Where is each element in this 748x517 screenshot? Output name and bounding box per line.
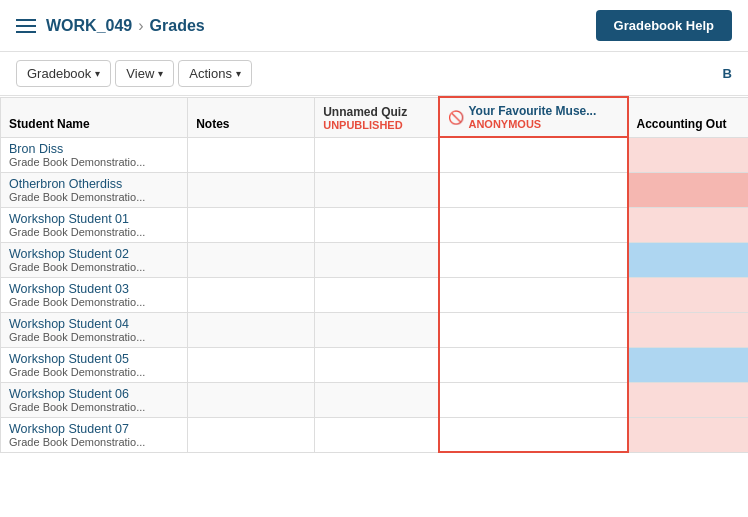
student-name[interactable]: Bron Diss	[9, 142, 179, 156]
student-course: Grade Book Demonstratio...	[9, 156, 179, 168]
student-cell[interactable]: Workshop Student 03 Grade Book Demonstra…	[1, 277, 188, 312]
actions-label: Actions	[189, 66, 232, 81]
fav-muse-title: Your Favourite Muse...	[468, 104, 596, 118]
header-accounting[interactable]: Accounting Out	[628, 97, 748, 137]
quiz-cell	[315, 242, 440, 277]
student-name[interactable]: Workshop Student 05	[9, 352, 179, 366]
unnamed-quiz-status: UNPUBLISHED	[323, 119, 430, 131]
page-title: Grades	[150, 17, 205, 35]
quiz-cell	[315, 417, 440, 452]
student-name[interactable]: Workshop Student 01	[9, 212, 179, 226]
table-row: Workshop Student 04 Grade Book Demonstra…	[1, 312, 749, 347]
accounting-cell	[628, 277, 748, 312]
gradebook-menu-button[interactable]: Gradebook ▾	[16, 60, 111, 87]
header-unnamed-quiz[interactable]: Unnamed Quiz UNPUBLISHED	[315, 97, 440, 137]
gradebook-table: Student Name Notes Unnamed Quiz UNPUBLIS…	[0, 96, 748, 453]
anonymous-icon: 🚫	[448, 110, 464, 125]
actions-menu-button[interactable]: Actions ▾	[178, 60, 252, 87]
student-cell[interactable]: Bron Diss Grade Book Demonstratio...	[1, 137, 188, 172]
student-name[interactable]: Workshop Student 07	[9, 422, 179, 436]
table-row: Workshop Student 01 Grade Book Demonstra…	[1, 207, 749, 242]
student-name[interactable]: Workshop Student 06	[9, 387, 179, 401]
quiz-cell	[315, 137, 440, 172]
breadcrumb: WORK_049 › Grades	[46, 17, 205, 35]
fav-muse-status: ANONYMOUS	[468, 118, 596, 130]
notes-cell	[188, 382, 315, 417]
gradebook-help-button[interactable]: Gradebook Help	[596, 10, 732, 41]
accounting-cell	[628, 382, 748, 417]
accounting-cell	[628, 347, 748, 382]
student-course: Grade Book Demonstratio...	[9, 401, 179, 413]
top-bar: WORK_049 › Grades Gradebook Help	[0, 0, 748, 52]
fav-cell	[439, 242, 627, 277]
notes-cell	[188, 137, 315, 172]
accounting-cell	[628, 207, 748, 242]
quiz-cell	[315, 277, 440, 312]
quiz-cell	[315, 172, 440, 207]
toolbar-right-icon: B	[723, 66, 732, 81]
student-course: Grade Book Demonstratio...	[9, 366, 179, 378]
hamburger-menu[interactable]	[16, 19, 36, 33]
view-chevron: ▾	[158, 68, 163, 79]
student-course: Grade Book Demonstratio...	[9, 296, 179, 308]
fav-cell	[439, 277, 627, 312]
fav-cell	[439, 417, 627, 452]
accounting-cell	[628, 417, 748, 452]
view-menu-button[interactable]: View ▾	[115, 60, 174, 87]
accounting-cell	[628, 242, 748, 277]
notes-cell	[188, 242, 315, 277]
notes-cell	[188, 172, 315, 207]
student-name[interactable]: Workshop Student 04	[9, 317, 179, 331]
student-course: Grade Book Demonstratio...	[9, 261, 179, 273]
table-row: Workshop Student 05 Grade Book Demonstra…	[1, 347, 749, 382]
fav-cell	[439, 382, 627, 417]
table-row: Workshop Student 07 Grade Book Demonstra…	[1, 417, 749, 452]
fav-cell	[439, 137, 627, 172]
table-row: Workshop Student 06 Grade Book Demonstra…	[1, 382, 749, 417]
fav-cell	[439, 312, 627, 347]
notes-cell	[188, 207, 315, 242]
notes-cell	[188, 347, 315, 382]
header-notes[interactable]: Notes	[188, 97, 315, 137]
gradebook-table-wrapper: Student Name Notes Unnamed Quiz UNPUBLIS…	[0, 96, 748, 503]
gradebook-chevron: ▾	[95, 68, 100, 79]
student-name[interactable]: Workshop Student 03	[9, 282, 179, 296]
accounting-cell	[628, 312, 748, 347]
course-code: WORK_049	[46, 17, 132, 35]
quiz-cell	[315, 382, 440, 417]
student-cell[interactable]: Workshop Student 04 Grade Book Demonstra…	[1, 312, 188, 347]
table-row: Otherbron Otherdiss Grade Book Demonstra…	[1, 172, 749, 207]
student-cell[interactable]: Workshop Student 02 Grade Book Demonstra…	[1, 242, 188, 277]
student-course: Grade Book Demonstratio...	[9, 331, 179, 343]
view-label: View	[126, 66, 154, 81]
student-course: Grade Book Demonstratio...	[9, 436, 179, 448]
accounting-cell	[628, 172, 748, 207]
header-fav-muse[interactable]: 🚫 Your Favourite Muse... ANONYMOUS	[439, 97, 627, 137]
notes-cell	[188, 417, 315, 452]
gradebook-label: Gradebook	[27, 66, 91, 81]
student-name[interactable]: Otherbron Otherdiss	[9, 177, 179, 191]
breadcrumb-sep: ›	[138, 17, 143, 35]
actions-chevron: ▾	[236, 68, 241, 79]
student-name[interactable]: Workshop Student 02	[9, 247, 179, 261]
student-cell[interactable]: Workshop Student 05 Grade Book Demonstra…	[1, 347, 188, 382]
table-row: Workshop Student 03 Grade Book Demonstra…	[1, 277, 749, 312]
student-cell[interactable]: Otherbron Otherdiss Grade Book Demonstra…	[1, 172, 188, 207]
accounting-cell	[628, 137, 748, 172]
fav-cell	[439, 172, 627, 207]
fav-cell	[439, 207, 627, 242]
toolbar: Gradebook ▾ View ▾ Actions ▾ B	[0, 52, 748, 96]
table-row: Bron Diss Grade Book Demonstratio...	[1, 137, 749, 172]
student-course: Grade Book Demonstratio...	[9, 226, 179, 238]
notes-cell	[188, 277, 315, 312]
student-cell[interactable]: Workshop Student 06 Grade Book Demonstra…	[1, 382, 188, 417]
student-cell[interactable]: Workshop Student 07 Grade Book Demonstra…	[1, 417, 188, 452]
unnamed-quiz-title: Unnamed Quiz	[323, 105, 430, 119]
fav-cell	[439, 347, 627, 382]
quiz-cell	[315, 312, 440, 347]
student-cell[interactable]: Workshop Student 01 Grade Book Demonstra…	[1, 207, 188, 242]
quiz-cell	[315, 207, 440, 242]
student-course: Grade Book Demonstratio...	[9, 191, 179, 203]
header-student-name[interactable]: Student Name	[1, 97, 188, 137]
quiz-cell	[315, 347, 440, 382]
